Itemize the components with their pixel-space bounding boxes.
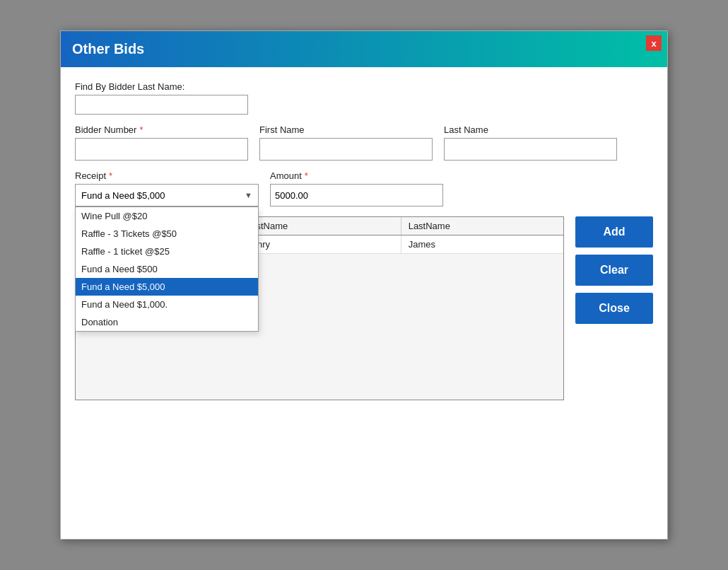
last-name-input[interactable] [444, 138, 617, 161]
amount-group: Amount* [270, 170, 443, 207]
find-by-row: Find By Bidder Last Name: [75, 81, 653, 115]
amount-input[interactable] [270, 184, 443, 207]
title-bar: Other Bids [61, 31, 667, 67]
dropdown-item[interactable]: Fund a Need $5,000 [76, 278, 258, 296]
receipt-select-wrapper: Fund a Need $5,000 ▼ Wine Pull @$20Raffl… [75, 184, 259, 207]
receipt-amount-row: Receipt* Fund a Need $5,000 ▼ Wine Pull … [75, 170, 653, 207]
receipt-group: Receipt* Fund a Need $5,000 ▼ Wine Pull … [75, 170, 259, 207]
col-header-lastname: LastName [401, 217, 563, 235]
action-buttons: Add Clear Close [575, 216, 653, 400]
bidder-number-input[interactable] [75, 138, 248, 161]
clear-button[interactable]: Clear [575, 255, 653, 286]
dropdown-item[interactable]: Wine Pull @$20 [76, 207, 258, 225]
amount-label: Amount* [270, 170, 443, 181]
col-header-firstname: FirstName [238, 217, 401, 235]
bidder-number-label: Bidder Number* [75, 124, 248, 135]
dropdown-item[interactable]: Fund a Need $1,000. [76, 296, 258, 313]
receipt-select[interactable]: Fund a Need $5,000 ▼ [75, 184, 259, 207]
chevron-down-icon: ▼ [245, 191, 252, 199]
receipt-dropdown: Wine Pull @$20Raffle - 3 Tickets @$50Raf… [75, 207, 259, 332]
dialog: Other Bids x Find By Bidder Last Name: B… [60, 30, 668, 540]
content-area: Find By Bidder Last Name: Bidder Number*… [61, 67, 667, 414]
receipt-label: Receipt* [75, 170, 259, 181]
cell-lastname: James [401, 235, 563, 253]
find-by-input[interactable] [75, 95, 248, 115]
receipt-selected-value: Fund a Need $5,000 [81, 190, 165, 201]
cell-firstname: Henry [238, 235, 401, 253]
add-button[interactable]: Add [575, 216, 653, 248]
dropdown-item[interactable]: Raffle - 3 Tickets @$50 [76, 225, 258, 243]
close-x-button[interactable]: x [646, 35, 662, 51]
dropdown-item[interactable]: Fund a Need $500 [76, 260, 258, 278]
first-name-input[interactable] [259, 138, 433, 161]
dialog-title: Other Bids [72, 41, 144, 57]
first-name-group: First Name [259, 124, 433, 161]
last-name-label: Last Name [444, 124, 617, 135]
dropdown-item[interactable]: Raffle - 1 ticket @$25 [76, 243, 258, 260]
bidder-number-group: Bidder Number* [75, 124, 248, 161]
dropdown-item[interactable]: Donation [76, 313, 258, 331]
close-button[interactable]: Close [575, 293, 653, 324]
last-name-group: Last Name [444, 124, 617, 161]
first-name-label: First Name [259, 124, 433, 135]
find-by-label: Find By Bidder Last Name: [75, 81, 653, 92]
bidder-info-row: Bidder Number* First Name Last Name [75, 124, 653, 161]
